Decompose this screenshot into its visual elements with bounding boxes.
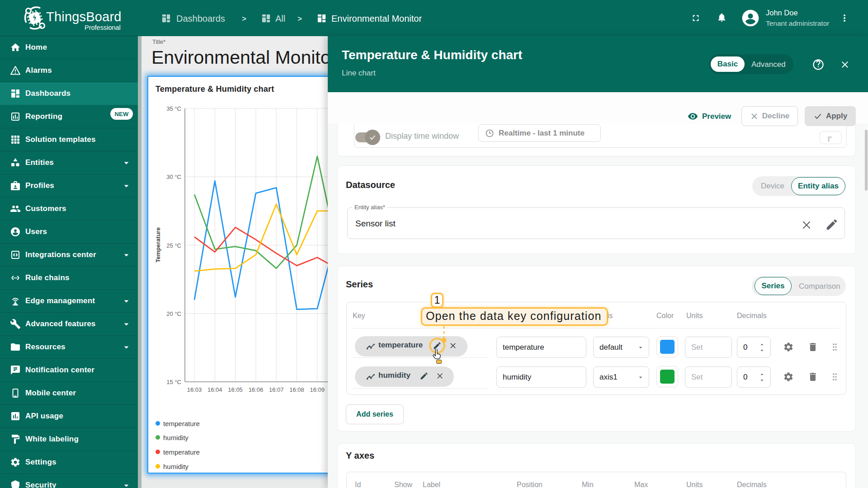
- svg-text:Temperature: Temperature: [155, 227, 161, 263]
- svg-text:30 °C: 30 °C: [166, 174, 181, 180]
- svg-text:16:07: 16:07: [269, 386, 284, 393]
- svg-text:16:05: 16:05: [228, 386, 243, 393]
- svg-text:20 °C: 20 °C: [166, 310, 181, 317]
- svg-text:16:04: 16:04: [208, 386, 222, 393]
- svg-text:15 °C: 15 °C: [166, 379, 181, 385]
- svg-text:16:08: 16:08: [289, 386, 304, 393]
- svg-text:16:06: 16:06: [249, 386, 264, 393]
- svg-text:35 °C: 35 °C: [166, 105, 181, 112]
- svg-text:16:09: 16:09: [310, 386, 325, 393]
- svg-text:25 °C: 25 °C: [166, 242, 181, 249]
- svg-text:16:03: 16:03: [187, 386, 202, 393]
